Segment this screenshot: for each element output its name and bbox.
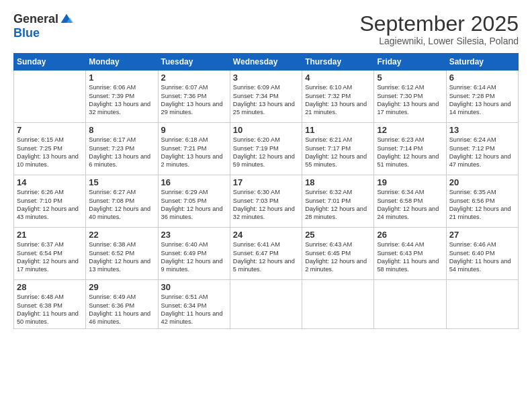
day-number: 12 (377, 125, 443, 135)
table-row: 23 Sunrise: 6:40 AMSunset: 6:49 PMDaylig… (158, 228, 230, 280)
header-saturday: Saturday (446, 54, 518, 71)
day-number: 1 (89, 73, 154, 83)
logo: General Blue (13, 12, 73, 40)
day-number: 15 (89, 177, 154, 187)
day-info: Sunrise: 6:14 AMSunset: 7:28 PMDaylight:… (449, 83, 515, 117)
day-number: 13 (449, 125, 515, 135)
header: General Blue September 2025 Lagiewniki, … (13, 12, 519, 46)
table-row: 24 Sunrise: 6:41 AMSunset: 6:47 PMDaylig… (230, 228, 302, 280)
logo-icon (60, 13, 73, 26)
table-row: 22 Sunrise: 6:38 AMSunset: 6:52 PMDaylig… (86, 228, 158, 280)
day-number: 21 (17, 230, 83, 240)
day-info: Sunrise: 6:17 AMSunset: 7:23 PMDaylight:… (89, 136, 154, 169)
day-info: Sunrise: 6:12 AMSunset: 7:30 PMDaylight:… (377, 83, 443, 117)
day-info: Sunrise: 6:09 AMSunset: 7:34 PMDaylight:… (233, 83, 299, 117)
day-info: Sunrise: 6:48 AMSunset: 6:38 PMDaylight:… (17, 293, 83, 326)
title-section: September 2025 Lagiewniki, Lower Silesia… (359, 12, 519, 46)
day-info: Sunrise: 6:24 AMSunset: 7:12 PMDaylight:… (449, 136, 515, 169)
table-row: 28 Sunrise: 6:48 AMSunset: 6:38 PMDaylig… (14, 280, 86, 329)
day-info: Sunrise: 6:29 AMSunset: 7:05 PMDaylight:… (161, 188, 227, 222)
day-number: 5 (377, 73, 443, 83)
table-row: 16 Sunrise: 6:29 AMSunset: 7:05 PMDaylig… (158, 175, 230, 228)
header-thursday: Thursday (302, 54, 374, 71)
table-row: 5 Sunrise: 6:12 AMSunset: 7:30 PMDayligh… (374, 71, 446, 123)
header-sunday: Sunday (14, 54, 86, 71)
day-number: 23 (161, 230, 227, 240)
table-row: 13 Sunrise: 6:24 AMSunset: 7:12 PMDaylig… (446, 123, 518, 175)
day-info: Sunrise: 6:15 AMSunset: 7:25 PMDaylight:… (17, 136, 83, 169)
day-number: 7 (17, 125, 83, 135)
table-row (446, 280, 518, 329)
day-info: Sunrise: 6:37 AMSunset: 6:54 PMDaylight:… (17, 240, 83, 274)
weekday-header-row: Sunday Monday Tuesday Wednesday Thursday… (14, 54, 519, 71)
table-row: 2 Sunrise: 6:07 AMSunset: 7:36 PMDayligh… (158, 71, 230, 123)
table-row: 19 Sunrise: 6:34 AMSunset: 6:58 PMDaylig… (374, 175, 446, 228)
header-tuesday: Tuesday (158, 54, 230, 71)
table-row: 12 Sunrise: 6:23 AMSunset: 7:14 PMDaylig… (374, 123, 446, 175)
day-number: 8 (89, 125, 154, 135)
day-number: 28 (17, 282, 83, 292)
calendar: Sunday Monday Tuesday Wednesday Thursday… (13, 53, 519, 329)
day-number: 19 (377, 177, 443, 187)
table-row: 29 Sunrise: 6:49 AMSunset: 6:36 PMDaylig… (86, 280, 158, 329)
day-info: Sunrise: 6:41 AMSunset: 6:47 PMDaylight:… (233, 240, 299, 274)
day-info: Sunrise: 6:51 AMSunset: 6:34 PMDaylight:… (161, 293, 227, 326)
table-row: 25 Sunrise: 6:43 AMSunset: 6:45 PMDaylig… (302, 228, 374, 280)
table-row: 30 Sunrise: 6:51 AMSunset: 6:34 PMDaylig… (158, 280, 230, 329)
day-number: 24 (233, 230, 299, 240)
day-number: 16 (161, 177, 227, 187)
table-row: 7 Sunrise: 6:15 AMSunset: 7:25 PMDayligh… (14, 123, 86, 175)
day-info: Sunrise: 6:43 AMSunset: 6:45 PMDaylight:… (305, 240, 371, 274)
day-info: Sunrise: 6:38 AMSunset: 6:52 PMDaylight:… (89, 240, 154, 274)
day-number: 27 (449, 230, 515, 240)
day-number: 30 (161, 282, 227, 292)
day-info: Sunrise: 6:18 AMSunset: 7:21 PMDaylight:… (161, 136, 227, 169)
day-number: 17 (233, 177, 299, 187)
table-row: 3 Sunrise: 6:09 AMSunset: 7:34 PMDayligh… (230, 71, 302, 123)
day-number: 25 (305, 230, 371, 240)
day-number: 11 (305, 125, 371, 135)
table-row (230, 280, 302, 329)
table-row: 6 Sunrise: 6:14 AMSunset: 7:28 PMDayligh… (446, 71, 518, 123)
table-row: 21 Sunrise: 6:37 AMSunset: 6:54 PMDaylig… (14, 228, 86, 280)
day-info: Sunrise: 6:27 AMSunset: 7:08 PMDaylight:… (89, 188, 154, 222)
table-row: 20 Sunrise: 6:35 AMSunset: 6:56 PMDaylig… (446, 175, 518, 228)
header-friday: Friday (374, 54, 446, 71)
day-info: Sunrise: 6:32 AMSunset: 7:01 PMDaylight:… (305, 188, 371, 222)
day-number: 9 (161, 125, 227, 135)
day-number: 3 (233, 73, 299, 83)
header-wednesday: Wednesday (230, 54, 302, 71)
day-info: Sunrise: 6:23 AMSunset: 7:14 PMDaylight:… (377, 136, 443, 169)
day-number: 14 (17, 177, 83, 187)
table-row: 9 Sunrise: 6:18 AMSunset: 7:21 PMDayligh… (158, 123, 230, 175)
table-row: 15 Sunrise: 6:27 AMSunset: 7:08 PMDaylig… (86, 175, 158, 228)
table-row: 26 Sunrise: 6:44 AMSunset: 6:43 PMDaylig… (374, 228, 446, 280)
day-number: 10 (233, 125, 299, 135)
table-row: 10 Sunrise: 6:20 AMSunset: 7:19 PMDaylig… (230, 123, 302, 175)
table-row: 4 Sunrise: 6:10 AMSunset: 7:32 PMDayligh… (302, 71, 374, 123)
day-number: 18 (305, 177, 371, 187)
table-row: 14 Sunrise: 6:26 AMSunset: 7:10 PMDaylig… (14, 175, 86, 228)
day-info: Sunrise: 6:26 AMSunset: 7:10 PMDaylight:… (17, 188, 83, 222)
day-info: Sunrise: 6:30 AMSunset: 7:03 PMDaylight:… (233, 188, 299, 222)
day-number: 26 (377, 230, 443, 240)
day-number: 4 (305, 73, 371, 83)
day-info: Sunrise: 6:34 AMSunset: 6:58 PMDaylight:… (377, 188, 443, 222)
day-number: 20 (449, 177, 515, 187)
day-info: Sunrise: 6:40 AMSunset: 6:49 PMDaylight:… (161, 240, 227, 274)
day-number: 29 (89, 282, 154, 292)
day-number: 22 (89, 230, 154, 240)
logo-general-text: General (13, 12, 58, 26)
month-title: September 2025 (359, 12, 519, 36)
day-number: 6 (449, 73, 515, 83)
day-info: Sunrise: 6:21 AMSunset: 7:17 PMDaylight:… (305, 136, 371, 169)
day-number: 2 (161, 73, 227, 83)
day-info: Sunrise: 6:46 AMSunset: 6:40 PMDaylight:… (449, 240, 515, 274)
header-monday: Monday (86, 54, 158, 71)
day-info: Sunrise: 6:10 AMSunset: 7:32 PMDaylight:… (305, 83, 371, 117)
table-row (374, 280, 446, 329)
logo-blue-text: Blue (13, 26, 40, 40)
table-row: 27 Sunrise: 6:46 AMSunset: 6:40 PMDaylig… (446, 228, 518, 280)
day-info: Sunrise: 6:49 AMSunset: 6:36 PMDaylight:… (89, 293, 154, 326)
table-row: 18 Sunrise: 6:32 AMSunset: 7:01 PMDaylig… (302, 175, 374, 228)
